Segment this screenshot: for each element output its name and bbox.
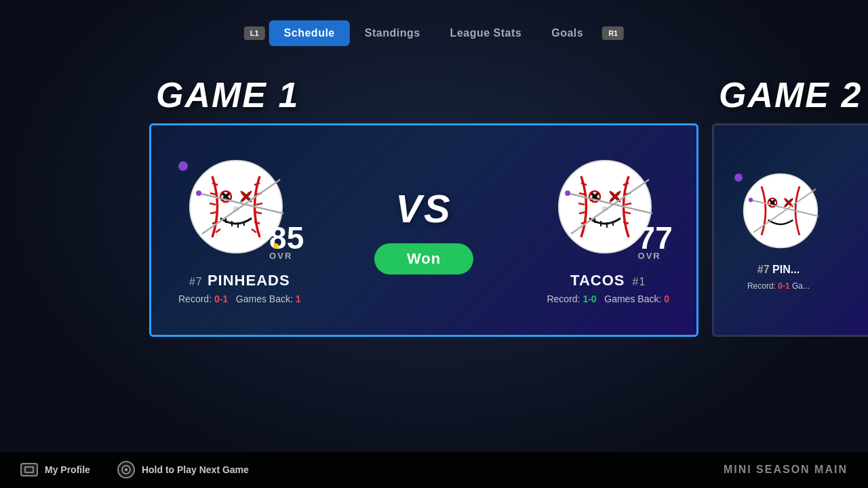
- game2-baseball-logo: [740, 170, 821, 251]
- away-team-ovr: 77 OVR: [638, 222, 673, 261]
- home-games-back-value: 1: [296, 293, 301, 304]
- home-team-rank: #7: [189, 276, 203, 287]
- game2-rank: #7: [757, 264, 770, 275]
- away-games-back-label: Games Back:: [604, 293, 661, 304]
- away-ovr-label: OVR: [638, 251, 661, 261]
- home-team-section: 85 OVR #7 PINHEADS Record: 0-1: [178, 156, 301, 304]
- game1-section: GAME 1: [149, 75, 698, 337]
- svg-point-54: [744, 174, 818, 247]
- left-bumper[interactable]: L1: [244, 26, 265, 40]
- home-team-name: #7 PINHEADS: [189, 272, 290, 289]
- away-team-name: TACOS #1: [570, 272, 646, 289]
- game1-card[interactable]: 85 OVR #7 PINHEADS Record: 0-1: [149, 123, 698, 337]
- home-games-back-label: Games Back:: [236, 293, 293, 304]
- tab-league-stats[interactable]: League Stats: [435, 20, 537, 46]
- away-ovr-number: 77: [638, 222, 673, 253]
- game2-record: Record: 0-1 Ga...: [747, 281, 810, 291]
- circle-icon: [121, 464, 132, 475]
- games-strip: GAME 1: [0, 75, 868, 337]
- svg-point-52: [565, 190, 570, 196]
- home-ovr-label: OVR: [269, 251, 292, 261]
- game2-section: GAME 2: [712, 75, 868, 337]
- svg-point-63: [749, 197, 753, 201]
- game2-logo-wrap: [734, 170, 823, 258]
- main-content: GAME 1: [0, 75, 868, 447]
- home-record-value: 0-1: [214, 293, 228, 304]
- away-team-record: Record: 1-0 Games Back: 0: [547, 293, 669, 304]
- result-badge: Won: [374, 243, 473, 274]
- my-profile-label: My Profile: [45, 464, 90, 475]
- away-team-section: 77 OVR TACOS #1 Record: 1-0 Ga: [547, 156, 669, 304]
- away-record-label: Record:: [547, 293, 580, 304]
- mini-season-label: MINI SEASON MAIN: [724, 464, 848, 476]
- game2-record-label: Record:: [747, 281, 776, 291]
- tab-standings[interactable]: Standings: [350, 20, 435, 46]
- game2-card-inner: #7 PIN... Record: 0-1 Ga...: [734, 170, 823, 291]
- game1-label: GAME 1: [149, 75, 299, 115]
- profile-button-icon: [20, 463, 38, 476]
- away-record-value: 1-0: [583, 293, 596, 304]
- tab-schedule[interactable]: Schedule: [269, 20, 350, 46]
- home-ovr-number: 85: [269, 222, 304, 253]
- hold-to-play-action[interactable]: Hold to Play Next Game: [117, 461, 249, 479]
- my-profile-action[interactable]: My Profile: [20, 463, 90, 476]
- away-games-back-value: 0: [664, 293, 669, 304]
- game2-team-rank: #7 PIN...: [757, 264, 800, 276]
- vs-section: VS Won: [374, 186, 473, 274]
- game2-record-value: 0-1: [778, 281, 789, 291]
- away-team-logo-wrap: 77 OVR: [547, 156, 669, 268]
- home-team-logo-wrap: 85 OVR: [178, 156, 300, 268]
- away-team-rank: #1: [633, 276, 646, 287]
- home-team-name-text: PINHEADS: [208, 272, 290, 289]
- svg-point-26: [196, 190, 201, 196]
- square-icon: [24, 466, 34, 473]
- home-record-label: Record:: [178, 293, 212, 304]
- game2-gb: Ga...: [792, 281, 810, 291]
- tab-goals[interactable]: Goals: [536, 20, 598, 46]
- hold-to-play-label: Hold to Play Next Game: [142, 464, 249, 475]
- vs-label: VS: [395, 186, 452, 231]
- bottom-bar: My Profile Hold to Play Next Game MINI S…: [0, 451, 868, 488]
- card-inner: 85 OVR #7 PINHEADS Record: 0-1: [151, 156, 696, 304]
- svg-rect-65: [25, 467, 33, 472]
- right-bumper[interactable]: R1: [602, 26, 624, 40]
- home-team-ovr: 85 OVR: [269, 222, 304, 261]
- game2-card[interactable]: #7 PIN... Record: 0-1 Ga...: [712, 123, 868, 337]
- away-team-name-text: TACOS: [570, 272, 625, 289]
- circle-button-icon: [117, 461, 135, 479]
- home-team-record: Record: 0-1 Games Back: 1: [178, 293, 301, 304]
- top-nav: L1 Schedule Standings League Stats Goals…: [240, 20, 628, 46]
- svg-point-67: [125, 468, 127, 471]
- game2-label: GAME 2: [712, 75, 862, 115]
- game2-name: PIN...: [772, 264, 800, 275]
